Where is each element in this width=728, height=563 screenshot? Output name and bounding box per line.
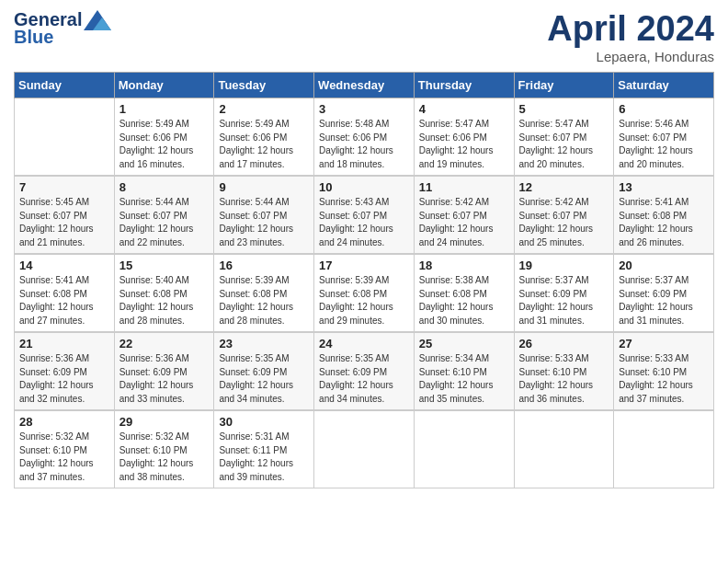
day-cell: 2Sunrise: 5:49 AM Sunset: 6:06 PM Daylig… [214,98,314,177]
calendar-header-row: SundayMondayTuesdayWednesdayThursdayFrid… [15,73,714,98]
day-cell: 18Sunrise: 5:38 AM Sunset: 6:08 PM Dayli… [414,254,514,332]
day-info: Sunrise: 5:38 AM Sunset: 6:08 PM Dayligh… [419,274,509,327]
col-header-saturday: Saturday [614,73,714,98]
day-number: 2 [219,102,309,116]
day-cell: 21Sunrise: 5:36 AM Sunset: 6:09 PM Dayli… [15,332,115,410]
day-number: 7 [19,180,109,194]
day-info: Sunrise: 5:39 AM Sunset: 6:08 PM Dayligh… [319,274,409,327]
col-header-wednesday: Wednesday [314,73,415,98]
day-cell: 24Sunrise: 5:35 AM Sunset: 6:09 PM Dayli… [314,332,415,410]
day-info: Sunrise: 5:41 AM Sunset: 6:08 PM Dayligh… [619,196,709,249]
day-info: Sunrise: 5:35 AM Sunset: 6:09 PM Dayligh… [319,352,409,406]
week-row-5: 28Sunrise: 5:32 AM Sunset: 6:10 PM Dayli… [15,410,714,488]
day-number: 21 [19,337,109,350]
day-number: 27 [619,337,709,350]
day-cell: 6Sunrise: 5:46 AM Sunset: 6:07 PM Daylig… [614,98,714,177]
col-header-friday: Friday [514,73,614,98]
col-header-sunday: Sunday [15,73,115,98]
day-cell: 8Sunrise: 5:44 AM Sunset: 6:07 PM Daylig… [114,176,214,254]
day-cell: 23Sunrise: 5:35 AM Sunset: 6:09 PM Dayli… [214,332,314,410]
day-number: 1 [119,102,210,116]
day-number: 26 [519,337,609,350]
day-info: Sunrise: 5:42 AM Sunset: 6:07 PM Dayligh… [419,196,509,249]
day-number: 24 [319,337,409,350]
logo-icon [84,10,111,30]
day-number: 13 [619,180,709,194]
day-cell: 16Sunrise: 5:39 AM Sunset: 6:08 PM Dayli… [214,254,314,332]
day-number: 16 [219,259,309,272]
calendar-table: SundayMondayTuesdayWednesdayThursdayFrid… [14,72,714,488]
day-info: Sunrise: 5:49 AM Sunset: 6:06 PM Dayligh… [119,118,210,171]
day-info: Sunrise: 5:37 AM Sunset: 6:09 PM Dayligh… [619,274,709,327]
day-info: Sunrise: 5:35 AM Sunset: 6:09 PM Dayligh… [219,352,309,406]
day-info: Sunrise: 5:45 AM Sunset: 6:07 PM Dayligh… [19,196,109,249]
day-number: 3 [319,102,409,116]
day-info: Sunrise: 5:33 AM Sunset: 6:10 PM Dayligh… [519,352,609,406]
day-cell: 25Sunrise: 5:34 AM Sunset: 6:10 PM Dayli… [414,332,514,410]
day-info: Sunrise: 5:36 AM Sunset: 6:09 PM Dayligh… [119,352,210,406]
day-number: 17 [319,259,409,272]
day-number: 25 [419,337,509,350]
day-info: Sunrise: 5:43 AM Sunset: 6:07 PM Dayligh… [319,196,409,249]
day-number: 20 [619,259,709,272]
logo: General Blue [14,9,113,48]
day-number: 5 [519,102,609,116]
day-info: Sunrise: 5:42 AM Sunset: 6:07 PM Dayligh… [519,196,609,249]
day-info: Sunrise: 5:36 AM Sunset: 6:09 PM Dayligh… [19,352,109,406]
day-cell: 12Sunrise: 5:42 AM Sunset: 6:07 PM Dayli… [514,176,614,254]
page-container: General Blue April 2024 Lepaera, Hondura… [0,0,728,498]
day-info: Sunrise: 5:48 AM Sunset: 6:06 PM Dayligh… [319,118,409,171]
day-cell: 29Sunrise: 5:32 AM Sunset: 6:10 PM Dayli… [114,410,214,488]
day-cell: 22Sunrise: 5:36 AM Sunset: 6:09 PM Dayli… [114,332,214,410]
day-cell: 14Sunrise: 5:41 AM Sunset: 6:08 PM Dayli… [15,254,115,332]
location: Lepaera, Honduras [547,49,714,64]
day-cell: 28Sunrise: 5:32 AM Sunset: 6:10 PM Dayli… [15,410,115,488]
day-info: Sunrise: 5:32 AM Sunset: 6:10 PM Dayligh… [119,431,210,484]
day-number: 18 [419,259,509,272]
day-number: 29 [119,415,210,429]
day-cell: 9Sunrise: 5:44 AM Sunset: 6:07 PM Daylig… [214,176,314,254]
day-info: Sunrise: 5:40 AM Sunset: 6:08 PM Dayligh… [119,274,210,327]
day-cell: 3Sunrise: 5:48 AM Sunset: 6:06 PM Daylig… [314,98,415,177]
day-cell: 20Sunrise: 5:37 AM Sunset: 6:09 PM Dayli… [614,254,714,332]
day-cell: 1Sunrise: 5:49 AM Sunset: 6:06 PM Daylig… [114,98,214,177]
day-cell: 7Sunrise: 5:45 AM Sunset: 6:07 PM Daylig… [15,176,115,254]
col-header-thursday: Thursday [414,73,514,98]
day-number: 12 [519,180,609,194]
col-header-monday: Monday [114,73,214,98]
week-row-3: 14Sunrise: 5:41 AM Sunset: 6:08 PM Dayli… [15,254,714,332]
day-info: Sunrise: 5:49 AM Sunset: 6:06 PM Dayligh… [219,118,309,171]
day-number: 19 [519,259,609,272]
day-info: Sunrise: 5:47 AM Sunset: 6:07 PM Dayligh… [519,118,609,171]
day-cell: 11Sunrise: 5:42 AM Sunset: 6:07 PM Dayli… [414,176,514,254]
day-info: Sunrise: 5:44 AM Sunset: 6:07 PM Dayligh… [119,196,210,249]
week-row-4: 21Sunrise: 5:36 AM Sunset: 6:09 PM Dayli… [15,332,714,410]
day-number: 30 [219,415,309,429]
day-info: Sunrise: 5:44 AM Sunset: 6:07 PM Dayligh… [219,196,309,249]
day-cell: 10Sunrise: 5:43 AM Sunset: 6:07 PM Dayli… [314,176,415,254]
page-header: General Blue April 2024 Lepaera, Hondura… [14,9,714,64]
day-number: 14 [19,259,109,272]
day-cell [15,98,115,177]
day-info: Sunrise: 5:33 AM Sunset: 6:10 PM Dayligh… [619,352,709,406]
day-cell: 5Sunrise: 5:47 AM Sunset: 6:07 PM Daylig… [514,98,614,177]
day-info: Sunrise: 5:34 AM Sunset: 6:10 PM Dayligh… [419,352,509,406]
day-number: 10 [319,180,409,194]
day-number: 28 [19,415,109,429]
day-cell: 17Sunrise: 5:39 AM Sunset: 6:08 PM Dayli… [314,254,415,332]
week-row-1: 1Sunrise: 5:49 AM Sunset: 6:06 PM Daylig… [15,98,714,177]
day-cell [614,410,714,488]
day-info: Sunrise: 5:31 AM Sunset: 6:11 PM Dayligh… [219,431,309,484]
day-cell [514,410,614,488]
day-info: Sunrise: 5:32 AM Sunset: 6:10 PM Dayligh… [19,431,109,484]
day-cell: 27Sunrise: 5:33 AM Sunset: 6:10 PM Dayli… [614,332,714,410]
day-number: 9 [219,180,309,194]
week-row-2: 7Sunrise: 5:45 AM Sunset: 6:07 PM Daylig… [15,176,714,254]
title-block: April 2024 Lepaera, Honduras [547,9,714,64]
day-number: 11 [419,180,509,194]
day-info: Sunrise: 5:39 AM Sunset: 6:08 PM Dayligh… [219,274,309,327]
day-info: Sunrise: 5:47 AM Sunset: 6:06 PM Dayligh… [419,118,509,171]
day-number: 4 [419,102,509,116]
day-number: 22 [119,337,210,350]
day-cell [314,410,415,488]
